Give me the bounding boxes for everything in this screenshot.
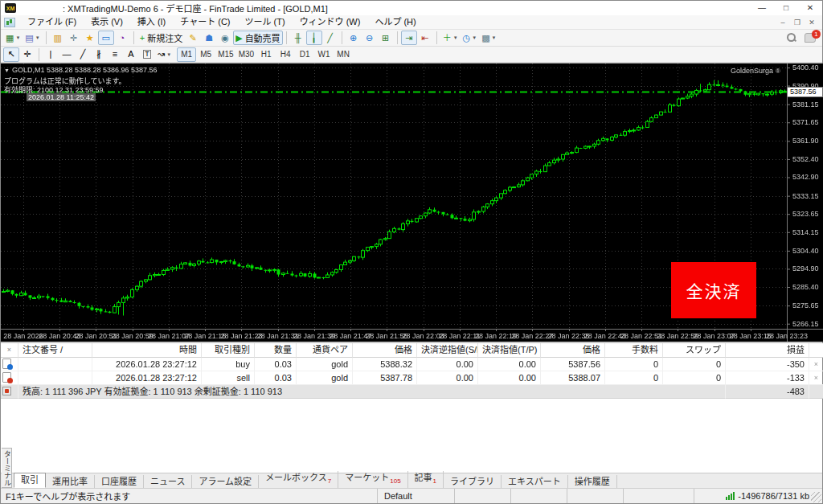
maximize-button[interactable]: □ [774,1,798,15]
menu-item-3[interactable]: チャート (C) [173,15,237,29]
close-all-positions-button[interactable]: 全決済 [671,262,756,318]
close-position-button[interactable]: × [809,358,823,371]
menu-item-0[interactable]: ファイル (F) [20,15,84,29]
resize-grip[interactable] [811,492,821,502]
mdi-minimize-button[interactable]: – [776,16,790,29]
order-type-icon-cell [1,371,18,385]
indicators-button[interactable]: ＋▼ [440,31,461,45]
terminal-side-tab[interactable]: ターミナル [2,448,12,488]
auto-scroll-button[interactable]: ⇥ [401,31,417,45]
timeframe-h4[interactable]: H4 [276,47,295,62]
strategy-tester-button[interactable]: ◔ [114,31,130,45]
column-header-8[interactable]: 価格 [541,343,605,358]
new-chart-button[interactable]: ▦▼ [3,31,23,45]
column-header-11[interactable]: 損益 [726,343,809,358]
navigator-button[interactable]: ★ [82,31,98,45]
arrows-button[interactable]: ↝▼ [155,47,174,62]
column-header-5[interactable]: 価格 [353,343,417,358]
terminal-button[interactable]: ▭ [98,31,114,45]
balance-end-cell [809,385,823,399]
column-header-3[interactable]: 数量 [255,343,297,358]
timeframe-m15[interactable]: M15 [215,47,235,62]
timeframe-m5[interactable]: M5 [196,47,215,62]
timeframe-d1[interactable]: D1 [295,47,314,62]
menu-item-1[interactable]: 表示 (V) [84,15,130,29]
tab-9[interactable]: エキスパート [502,475,568,488]
notification-button[interactable]: 1 [805,33,816,43]
column-header-10[interactable]: スワップ [663,343,726,358]
tab-1[interactable]: 運用比率 [46,475,95,488]
timeframe-w1[interactable]: W1 [314,47,334,62]
menu-item-2[interactable]: 挿入 (I) [130,15,173,29]
market-watch-button[interactable]: ▥ [50,31,66,45]
menu-item-6[interactable]: ヘルプ (H) [367,15,423,29]
timeframe-m30[interactable]: M30 [236,47,256,62]
text-button[interactable]: A [123,47,139,62]
column-header-2[interactable]: 取引種別 [202,343,255,358]
minimize-button[interactable]: — [750,1,774,15]
new-chart-icon: ▦ [6,34,14,43]
mdi-close-button[interactable]: ✕ [805,16,819,29]
column-header-6[interactable]: 決済逆指値(S/L) [417,343,478,358]
registered-mark: ® [776,68,780,75]
menu-item-5[interactable]: ウィンドウ (W) [293,15,368,29]
tab-6[interactable]: マーケット105 [338,471,407,488]
toolbar-separator [436,31,437,44]
tab-8[interactable]: ライブラリ [444,475,502,488]
column-header-7[interactable]: 決済指値(T/P) [478,343,541,358]
data-window-button[interactable]: ✛ [66,31,82,45]
tab-10[interactable]: 操作履歴 [568,475,617,488]
equidistant-channel-button[interactable]: ∦ [91,47,107,62]
close-position-button[interactable]: × [809,371,823,385]
auto-scroll-icon: ⇥ [405,34,412,43]
tab-5[interactable]: メールボックス7 [259,471,338,488]
current-price-cell: 5388.07 [541,371,605,385]
new-order-button[interactable]: +新規注文 [137,31,185,45]
tab-7[interactable]: 記事1 [408,471,444,488]
zoom-in-button[interactable]: ⊕ [346,31,362,45]
close-button[interactable]: ✕ [798,1,822,15]
text-label-button[interactable]: T [139,47,155,62]
chart-collapse-icon[interactable]: ▼ [4,68,10,73]
tab-2[interactable]: 口座履歴 [95,475,144,488]
web-button[interactable]: ◉ [217,31,233,45]
tab-4[interactable]: アラーム設定 [192,475,259,488]
connection-bars-icon [726,492,735,500]
metaeditor-icon: ✎ [190,34,197,43]
search-icon[interactable] [787,33,796,43]
status-profile[interactable]: Default [377,489,454,503]
menu-item-4[interactable]: ツール (T) [238,15,293,29]
column-header-4[interactable]: 通貨ペア [297,343,353,358]
horizontal-line-button[interactable]: — [59,47,75,62]
zoom-in-icon: ⊕ [350,34,357,43]
trendline-button[interactable]: ╱ [75,47,91,62]
tab-3[interactable]: ニュース [144,475,192,488]
chart-ohlc-readout: ▼GOLD,M1 5388.28 5388.28 5386.96 5387.56 [4,66,158,74]
periods-button[interactable]: ◷▼ [461,31,480,45]
bar-chart-button[interactable]: ╫ [290,31,306,45]
timeframe-mn[interactable]: MN [334,47,353,62]
community-button[interactable]: ☗ [201,31,217,45]
line-chart-button[interactable]: ╱ [322,31,338,45]
timeframe-h1[interactable]: H1 [256,47,276,62]
terminal-close-button[interactable]: × [1,343,18,358]
zoom-out-button[interactable]: ⊖ [362,31,378,45]
column-header-0[interactable]: 注文番号 / [18,343,92,358]
main-toolbar: ▦▼▤▼▥✛★▭◔+新規注文✎☗◉▶自動売買╫╽╱⊕⊖⊞⇥⇤＋▼◷▼▩▼ 1 [1,30,822,47]
cursor-button[interactable]: ↖ [3,47,19,62]
mdi-restore-button[interactable]: ❐ [790,16,805,29]
vertical-line-button[interactable]: | [43,47,59,62]
metaeditor-button[interactable]: ✎ [185,31,201,45]
column-header-1[interactable]: 時間 [92,343,202,358]
templates-button[interactable]: ▩▼ [479,31,498,45]
column-header-9[interactable]: 手数料 [605,343,663,358]
fibonacci-button[interactable]: ≡ [107,47,123,62]
tab-0[interactable]: 取引 [14,473,46,488]
profiles-button[interactable]: ▤▼ [23,31,42,45]
tile-windows-button[interactable]: ⊞ [378,31,394,45]
autotrading-button[interactable]: ▶自動売買 [233,31,282,45]
chart-shift-button[interactable]: ⇤ [417,31,433,45]
timeframe-m1[interactable]: M1 [177,47,196,62]
candlestick-button[interactable]: ╽ [306,31,322,45]
crosshair-button[interactable]: ✛ [19,47,35,62]
